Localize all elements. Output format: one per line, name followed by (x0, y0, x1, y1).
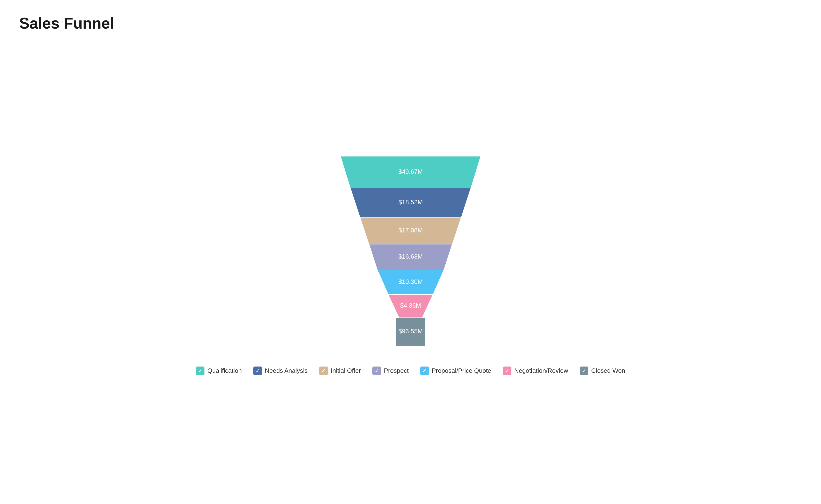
legend-check-negotiation-review: ✓ (503, 367, 511, 375)
funnel-label-qualification: $49.67M (398, 168, 423, 175)
funnel-chart: $49.67M$18.52M$17.08M$16.63M$10.30M$4.36… (242, 156, 579, 352)
funnel-label-initial-offer: $17.08M (398, 226, 423, 234)
funnel-label-closed-won: $96.55M (398, 328, 423, 335)
legend-item-needs-analysis: ✓Needs Analysis (253, 367, 308, 375)
funnel-container: $49.67M$18.52M$17.08M$16.63M$10.30M$4.36… (19, 42, 802, 490)
legend-item-negotiation-review: ✓Negotiation/Review (503, 367, 568, 375)
legend-label-prospect: Prospect (384, 367, 409, 374)
funnel-label-proposal-price-quote: $10.30M (398, 278, 423, 285)
legend-check-qualification: ✓ (196, 367, 204, 375)
legend-check-closed-won: ✓ (580, 367, 588, 375)
legend-label-needs-analysis: Needs Analysis (265, 367, 308, 374)
legend-item-qualification: ✓Qualification (196, 367, 242, 375)
funnel-label-prospect: $16.63M (398, 253, 423, 260)
legend-label-negotiation-review: Negotiation/Review (514, 367, 568, 374)
legend-check-needs-analysis: ✓ (253, 367, 262, 375)
legend-item-prospect: ✓Prospect (372, 367, 409, 375)
legend-label-closed-won: Closed Won (591, 367, 625, 374)
legend-label-proposal-price-quote: Proposal/Price Quote (432, 367, 491, 374)
legend: ✓Qualification✓Needs Analysis✓Initial Of… (196, 367, 625, 375)
legend-item-proposal-price-quote: ✓Proposal/Price Quote (420, 367, 491, 375)
page-title: Sales Funnel (19, 14, 802, 32)
funnel-label-needs-analysis: $18.52M (398, 198, 423, 205)
legend-check-prospect: ✓ (372, 367, 381, 375)
legend-item-initial-offer: ✓Initial Offer (319, 367, 361, 375)
legend-item-closed-won: ✓Closed Won (580, 367, 625, 375)
legend-label-initial-offer: Initial Offer (331, 367, 361, 374)
funnel-label-negotiation-review: $4.36M (400, 302, 421, 309)
legend-label-qualification: Qualification (208, 367, 242, 374)
legend-check-initial-offer: ✓ (319, 367, 328, 375)
legend-check-proposal-price-quote: ✓ (420, 367, 429, 375)
